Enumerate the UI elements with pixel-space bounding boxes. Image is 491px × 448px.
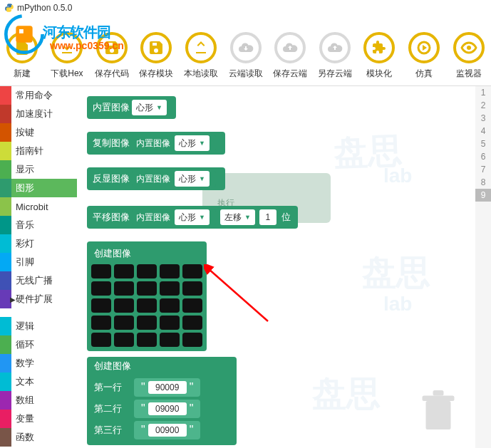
toolbar-load-cloud[interactable]: 云端读取 xyxy=(223,16,268,85)
sidebar-item-6[interactable]: Microbit xyxy=(0,197,77,216)
led-cell[interactable] xyxy=(160,298,180,313)
toolbar-simulate[interactable]: 仿真 xyxy=(402,16,447,85)
line-number[interactable]: 6 xyxy=(475,150,491,163)
led-cell[interactable] xyxy=(182,264,202,278)
row-label: 第三行 xyxy=(94,424,134,437)
sidebar-item-label: 数组 xyxy=(16,394,34,407)
sidebar-item-13[interactable]: 循环 xyxy=(0,335,77,354)
chevron-down-icon: ▼ xyxy=(199,214,205,221)
toolbar-monitor[interactable]: 监视器 xyxy=(446,16,491,85)
led-cell[interactable] xyxy=(114,281,134,296)
sidebar-item-3[interactable]: 指南针 xyxy=(0,142,77,160)
led-cell[interactable] xyxy=(182,298,202,313)
line-number[interactable]: 5 xyxy=(475,137,491,150)
sidebar-item-14[interactable]: 数学 xyxy=(0,354,77,373)
inner-builtin-image[interactable]: 内置图像 心形▼ xyxy=(132,209,216,225)
row-value-wrap[interactable]: 00900 xyxy=(134,421,200,439)
toolbar-new[interactable]: 新建 xyxy=(0,16,45,85)
line-number[interactable]: 3 xyxy=(475,112,491,125)
led-cell[interactable] xyxy=(114,264,134,278)
watermark-url: www.pc0359.cn xyxy=(50,40,124,51)
led-cell[interactable] xyxy=(91,333,111,347)
trash-icon[interactable] xyxy=(417,387,460,437)
led-cell[interactable] xyxy=(91,316,111,330)
sidebar-item-1[interactable]: 加速度计 xyxy=(0,105,77,123)
sidebar-item-4[interactable]: 显示 xyxy=(0,160,77,179)
toolbar-modularize[interactable]: 模块化 xyxy=(357,16,402,85)
toolbar-save-block[interactable]: 保存模块 xyxy=(134,16,179,85)
block-create-image-matrix[interactable]: 创建图像 xyxy=(87,241,207,351)
led-cell[interactable] xyxy=(137,316,157,330)
led-cell[interactable] xyxy=(160,264,180,278)
sidebar-item-5[interactable]: 图形 xyxy=(0,179,77,197)
inner-builtin-image[interactable]: 内置图像 心形▼ xyxy=(132,171,216,187)
inner-builtin-image[interactable]: 内置图像 心形▼ xyxy=(132,135,216,151)
led-cell[interactable] xyxy=(114,333,134,347)
dropdown-shape[interactable]: 心形▼ xyxy=(175,171,210,187)
row-value-wrap[interactable]: 90009 xyxy=(134,378,200,397)
sidebar-item-label: 音乐 xyxy=(16,219,34,231)
input-shift-amount[interactable]: 1 xyxy=(259,209,276,225)
led-cell[interactable] xyxy=(91,281,111,296)
row-label: 第一行 xyxy=(94,381,134,394)
line-number[interactable]: 1 xyxy=(475,86,491,99)
block-create-image-rows[interactable]: 创建图像 第一行90009第二行09090第三行00900 xyxy=(87,357,237,445)
led-cell[interactable] xyxy=(114,298,134,313)
block-copy-image[interactable]: 复制图像 内置图像 心形▼ xyxy=(87,132,225,155)
svg-point-4 xyxy=(467,46,471,50)
sidebar-item-12[interactable]: 逻辑 xyxy=(0,317,77,335)
led-cell[interactable] xyxy=(137,264,157,278)
line-number[interactable]: 8 xyxy=(475,176,491,189)
led-cell[interactable] xyxy=(160,316,180,330)
block-invert-image[interactable]: 反显图像 内置图像 心形▼ xyxy=(87,167,225,190)
row-value-wrap[interactable]: 09090 xyxy=(134,400,200,418)
led-cell[interactable] xyxy=(137,281,157,296)
image-row: 第一行90009 xyxy=(94,377,237,398)
led-cell[interactable] xyxy=(91,264,111,278)
led-cell[interactable] xyxy=(91,298,111,313)
sidebar-item-18[interactable]: 函数 xyxy=(0,428,77,447)
sidebar-item-label: 循环 xyxy=(16,338,34,351)
dropdown-shape[interactable]: 心形▼ xyxy=(132,100,167,115)
sidebar-item-17[interactable]: 变量 xyxy=(0,410,77,428)
led-cell[interactable] xyxy=(182,316,202,330)
dropdown-shape[interactable]: 心形▼ xyxy=(175,135,210,151)
sidebar-item-8[interactable]: 彩灯 xyxy=(0,234,77,253)
block-builtin-image[interactable]: 内置图像 心形▼ xyxy=(87,96,176,119)
block-shift-image[interactable]: 平移图像 内置图像 心形▼ 左移▼ 1 位 xyxy=(87,206,298,229)
expand-arrow-icon: ▶ xyxy=(10,296,16,303)
toolbar-load-local[interactable]: 本地读取 xyxy=(179,16,224,85)
sidebar-item-0[interactable]: 常用命令 xyxy=(0,86,77,105)
workspace[interactable]: 执行 盘思 盘思 盘思 lab lab 内置图像 心形▼ 复制图像 内置图像 心… xyxy=(77,85,475,448)
led-cell[interactable] xyxy=(182,281,202,296)
row-value-input[interactable]: 90009 xyxy=(148,381,187,394)
toolbar-save-cloud[interactable]: 保存云端 xyxy=(268,16,313,85)
line-number[interactable]: 7 xyxy=(475,163,491,176)
toolbar-saveas-cloud[interactable]: 另存云端 xyxy=(312,16,357,85)
sidebar-item-label: 硬件扩展 xyxy=(16,293,53,306)
led-cell[interactable] xyxy=(114,316,134,330)
sidebar-item-2[interactable]: 按键 xyxy=(0,123,77,142)
sidebar-item-label: 变量 xyxy=(16,412,34,425)
line-number[interactable]: 4 xyxy=(475,125,491,137)
line-number[interactable]: 2 xyxy=(475,99,491,112)
dropdown-direction[interactable]: 左移▼ xyxy=(220,209,255,225)
row-value-input[interactable]: 09090 xyxy=(148,402,187,415)
line-number[interactable]: 9 xyxy=(475,189,491,202)
led-cell[interactable] xyxy=(137,298,157,313)
sidebar-item-7[interactable]: 音乐 xyxy=(0,216,77,234)
led-cell[interactable] xyxy=(182,333,202,347)
sidebar-item-9[interactable]: 引脚 xyxy=(0,253,77,271)
sidebar-item-label: 常用命令 xyxy=(16,89,53,102)
annotation-arrow xyxy=(204,264,275,328)
dropdown-shape[interactable]: 心形▼ xyxy=(175,209,210,225)
python-icon xyxy=(4,3,14,13)
row-value-input[interactable]: 00900 xyxy=(148,424,187,437)
led-cell[interactable] xyxy=(137,333,157,347)
sidebar-item-16[interactable]: 数组 xyxy=(0,391,77,410)
sidebar-item-15[interactable]: 文本 xyxy=(0,373,77,391)
sidebar-item-11[interactable]: ▶硬件扩展 xyxy=(0,290,77,308)
sidebar-item-10[interactable]: 无线广播 xyxy=(0,271,77,290)
led-cell[interactable] xyxy=(160,281,180,296)
led-cell[interactable] xyxy=(160,333,180,347)
